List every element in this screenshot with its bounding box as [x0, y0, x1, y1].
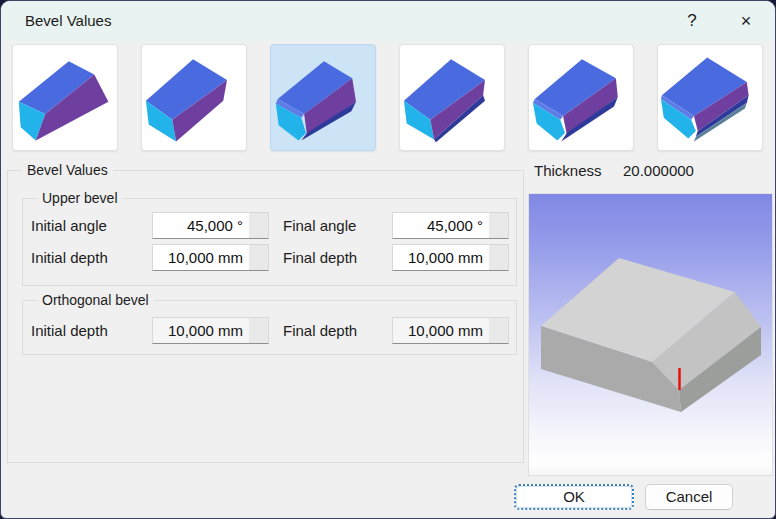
bevel-block-icon [144, 48, 244, 148]
title-bar: Bevel Values ? × [1, 1, 775, 41]
bevel-style-thumbnail-5[interactable] [528, 44, 634, 151]
orthogonal-initial-depth-label: Initial depth [31, 317, 108, 344]
orthogonal-final-depth-field [392, 317, 509, 344]
thickness-label: Thickness [534, 162, 602, 179]
dialog-title: Bevel Values [25, 1, 111, 41]
orthogonal-bevel-group-label: Orthogonal bevel [37, 291, 154, 310]
bevel-values-dialog: Bevel Values ? × [0, 0, 776, 519]
initial-depth-input[interactable] [153, 245, 249, 270]
bevel-style-gallery [12, 44, 763, 151]
bevel-block-icon [15, 48, 115, 148]
orthogonal-final-depth-label: Final depth [283, 317, 357, 344]
final-angle-label: Final angle [283, 212, 356, 239]
initial-depth-label: Initial depth [31, 244, 108, 271]
initial-depth-field [152, 244, 269, 271]
bevel-block-icon [273, 48, 373, 148]
beveled-block-preview-icon [529, 194, 772, 475]
bevel-style-thumbnail-6[interactable] [657, 44, 763, 151]
bevel-values-group-label: Bevel Values [22, 161, 113, 180]
thickness-value: 20.000000 [623, 162, 694, 179]
final-angle-field [392, 212, 509, 239]
upper-bevel-group-label: Upper bevel [37, 189, 123, 208]
close-icon[interactable]: × [725, 5, 767, 37]
bevel-style-thumbnail-1[interactable] [12, 44, 118, 151]
final-depth-input[interactable] [393, 245, 489, 270]
bevel-style-thumbnail-2[interactable] [141, 44, 247, 151]
final-angle-input[interactable] [393, 213, 489, 238]
orthogonal-initial-depth-field [152, 317, 269, 344]
orthogonal-final-depth-input[interactable] [393, 318, 489, 343]
bevel-style-thumbnail-4[interactable] [399, 44, 505, 151]
bevel-3d-preview[interactable] [528, 193, 773, 476]
final-depth-field [392, 244, 509, 271]
bevel-style-thumbnail-3[interactable] [270, 44, 376, 151]
bevel-block-icon [531, 48, 631, 148]
initial-angle-label: Initial angle [31, 212, 107, 239]
initial-angle-input[interactable] [153, 213, 249, 238]
bevel-block-icon [660, 48, 760, 148]
ok-button[interactable]: OK [514, 484, 634, 510]
bevel-block-icon [402, 48, 502, 148]
bevel-values-group: Bevel Values Upper bevel Orthogonal beve… [7, 170, 524, 463]
final-depth-label: Final depth [283, 244, 357, 271]
cancel-button[interactable]: Cancel [645, 484, 733, 510]
help-icon[interactable]: ? [671, 5, 713, 37]
orthogonal-initial-depth-input[interactable] [153, 318, 249, 343]
initial-angle-field [152, 212, 269, 239]
